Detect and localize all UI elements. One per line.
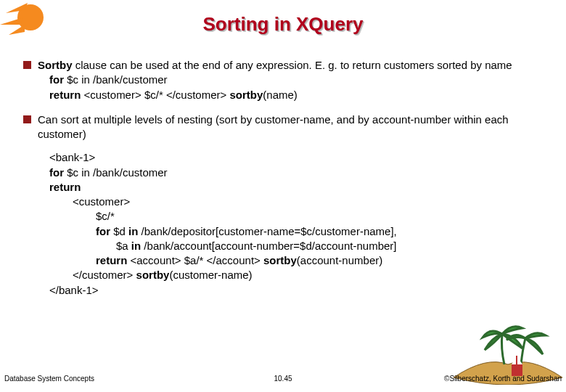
for-keyword-2: for bbox=[49, 166, 64, 179]
code-line-9-a: </customer> bbox=[73, 269, 136, 281]
in-keyword-2: in bbox=[131, 240, 141, 252]
bullet-1-line1: Sortby clause can be used at the end of … bbox=[38, 58, 551, 73]
bullet-1-line2: for $c in /bank/customer bbox=[49, 73, 551, 87]
return-keyword-1: return bbox=[49, 89, 84, 101]
slide: Sorting in XQuery Sortby clause can be u… bbox=[0, 0, 566, 392]
footer: Database System Concepts 10.45 ©Silbersc… bbox=[0, 375, 566, 386]
code-line-4: <customer> bbox=[73, 195, 551, 209]
code-line-9-c: (customer-name) bbox=[169, 269, 252, 281]
code-line-7-a: $a bbox=[116, 240, 131, 252]
code-line-8: return <account> $a/* </account> sortby(… bbox=[96, 253, 551, 268]
code-line-6: for $d in /bank/depositor[customer-name=… bbox=[96, 224, 551, 239]
bullet-2: Can sort at multiple levels of nesting (… bbox=[23, 113, 551, 142]
code-line-6-b: $d bbox=[110, 225, 128, 237]
in-keyword-1: in bbox=[128, 225, 138, 237]
code-line-7: $a in /bank/account[account-number=$d/ac… bbox=[96, 239, 551, 253]
sortby-keyword-4: sortby bbox=[136, 269, 170, 281]
bullet-icon bbox=[23, 61, 31, 69]
bullet-1-line3: return <customer> $c/* </customer> sortb… bbox=[49, 88, 551, 102]
code-line-6-d: /bank/depositor[customer-name=$c/custome… bbox=[138, 225, 396, 237]
code-block: <bank-1> for $c in /bank/customer return… bbox=[38, 150, 551, 298]
for-keyword-1: for bbox=[49, 73, 64, 86]
code-line-3: return bbox=[49, 180, 551, 195]
sortby-keyword-2: sortby bbox=[229, 89, 263, 101]
code-line-10: </bank-1> bbox=[49, 283, 551, 298]
return-keyword-2: return bbox=[96, 254, 127, 266]
code-line-2-rest: $c in /bank/customer bbox=[64, 166, 168, 179]
sortby-keyword: Sortby bbox=[38, 59, 73, 71]
footer-copyright: ©Silberschatz, Korth and Sudarshan bbox=[444, 375, 562, 383]
bullet-1-line2-rest: $c in /bank/customer bbox=[64, 73, 168, 86]
code-line-9: </customer> sortby(customer-name) bbox=[73, 268, 551, 282]
code-line-2: for $c in /bank/customer bbox=[49, 166, 551, 180]
bullet-icon bbox=[23, 115, 31, 123]
slide-title: Sorting in XQuery bbox=[0, 13, 566, 36]
code-line-8-d: (account-number) bbox=[297, 254, 382, 266]
code-line-7-c: /bank/account[account-number=$d/account-… bbox=[141, 240, 396, 252]
bullet-1-line3-end: (name) bbox=[263, 89, 298, 101]
bullet-1-body: Sortby clause can be used at the end of … bbox=[38, 58, 551, 102]
bullet-1-line3-mid: <customer> $c/* </customer> bbox=[84, 89, 230, 101]
slide-content: Sortby clause can be used at the end of … bbox=[23, 58, 551, 298]
bullet-1: Sortby clause can be used at the end of … bbox=[23, 58, 551, 102]
for-keyword-3: for bbox=[96, 225, 110, 237]
code-line-1: <bank-1> bbox=[49, 150, 551, 165]
code-line-5: $c/* bbox=[96, 209, 551, 224]
code-line-8-b: <account> $a/* </account> bbox=[127, 254, 263, 266]
bullet-2-body: Can sort at multiple levels of nesting (… bbox=[38, 113, 551, 142]
sortby-keyword-3: sortby bbox=[263, 254, 297, 266]
bullet-1-line1-rest: clause can be used at the end of any exp… bbox=[73, 59, 512, 71]
